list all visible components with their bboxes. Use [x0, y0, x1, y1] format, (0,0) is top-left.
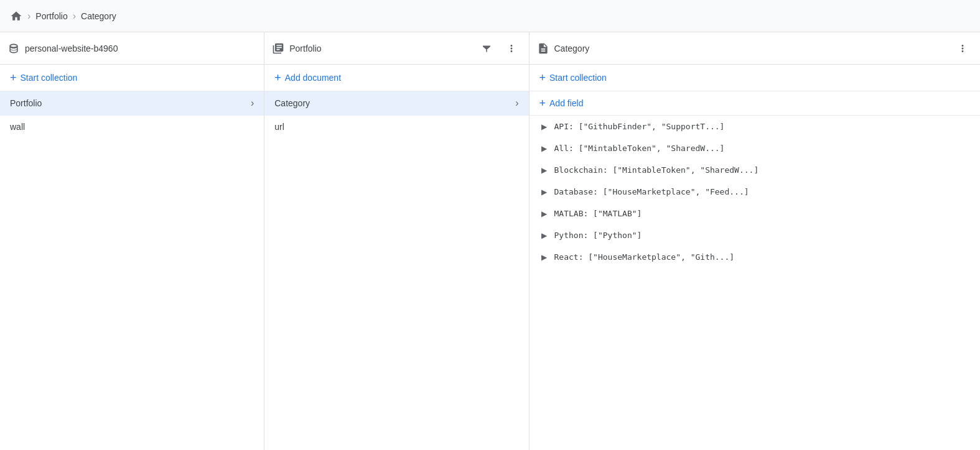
list-item[interactable]: Category › — [264, 91, 528, 116]
chevron-icon: › — [515, 98, 518, 109]
col3-title: Category — [554, 44, 948, 53]
expand-arrow-icon: ▶ — [539, 231, 549, 240]
col1-title: personal-website-b4960 — [25, 44, 256, 53]
plus-icon-col2: + — [274, 72, 281, 83]
col3-start-collection-btn[interactable]: + Start collection — [539, 72, 607, 83]
expand-arrow-icon: ▶ — [539, 188, 549, 196]
expand-arrow-icon: ▶ — [539, 122, 549, 131]
col1-list: Portfolio › wall — [0, 91, 264, 450]
col2-list: Category › url — [264, 91, 528, 450]
breadcrumb-sep-1: › — [27, 11, 30, 22]
breadcrumb-portfolio[interactable]: Portfolio — [35, 11, 67, 21]
expand-arrow-icon: ▶ — [539, 166, 549, 175]
item-label: Portfolio — [10, 98, 251, 108]
col1-header: personal-website-b4960 — [0, 32, 264, 65]
col3-actions — [953, 39, 973, 58]
col2-add-document-btn[interactable]: + Add document — [274, 72, 341, 83]
field-row[interactable]: ▶API: ["GithubFinder", "SupportT...] — [530, 116, 981, 137]
col1-start-collection-row[interactable]: + Start collection — [0, 65, 264, 91]
item-label: Category — [274, 98, 515, 108]
list-item[interactable]: wall — [0, 116, 264, 139]
col3-fields-list: ▶API: ["GithubFinder", "SupportT...]▶All… — [530, 116, 981, 450]
col-category: Category + Start collection + Add field — [530, 32, 981, 450]
field-text: API: ["GithubFinder", "SupportT...] — [554, 122, 725, 131]
col3-header: Category — [530, 32, 981, 65]
breadcrumb-category[interactable]: Category — [81, 11, 116, 21]
plus-icon-col3-add: + — [539, 98, 546, 109]
col-database: personal-website-b4960 + Start collectio… — [0, 32, 264, 450]
col2-add-document-row[interactable]: + Add document — [264, 65, 528, 91]
col3-add-field-label: Add field — [549, 98, 583, 108]
more-options-btn-col3[interactable] — [953, 39, 973, 58]
home-icon[interactable] — [10, 10, 22, 22]
col1-start-collection-btn[interactable]: + Start collection — [10, 72, 77, 83]
field-text: All: ["MintableToken", "SharedW...] — [554, 144, 725, 153]
col3-add-field-row[interactable]: + Add field — [530, 91, 981, 116]
field-text: Python: ["Python"] — [554, 231, 642, 240]
field-row[interactable]: ▶MATLAB: ["MATLAB"] — [530, 203, 981, 224]
field-row[interactable]: ▶React: ["HouseMarketplace", "Gith...] — [530, 246, 981, 268]
col3-start-collection-label: Start collection — [549, 73, 607, 83]
plus-icon-col1: + — [10, 72, 17, 83]
field-text: Blockchain: ["MintableToken", "SharedW..… — [554, 165, 759, 175]
field-row[interactable]: ▶Database: ["HouseMarketplace", "Feed...… — [530, 181, 981, 203]
field-text: MATLAB: ["MATLAB"] — [554, 209, 642, 218]
col3-actions-row: + Start collection — [530, 65, 981, 91]
col2-actions — [477, 39, 521, 58]
item-label: wall — [10, 122, 254, 132]
col2-header: Portfolio — [264, 32, 528, 65]
list-item[interactable]: url — [264, 116, 528, 139]
document-icon — [537, 42, 549, 55]
field-text: Database: ["HouseMarketplace", "Feed...] — [554, 187, 749, 196]
breadcrumb-bar: › Portfolio › Category — [0, 0, 980, 32]
col1-start-collection-label: Start collection — [21, 73, 78, 83]
field-row[interactable]: ▶Python: ["Python"] — [530, 224, 981, 246]
expand-arrow-icon: ▶ — [539, 209, 549, 218]
col3-add-field-btn[interactable]: + Add field — [539, 98, 584, 109]
breadcrumb-sep-2: › — [73, 11, 76, 22]
col2-title: Portfolio — [289, 44, 471, 53]
main-columns: personal-website-b4960 + Start collectio… — [0, 32, 980, 450]
field-text: React: ["HouseMarketplace", "Gith...] — [554, 252, 735, 262]
database-icon — [7, 42, 20, 55]
field-row[interactable]: ▶Blockchain: ["MintableToken", "SharedW.… — [530, 159, 981, 181]
field-row[interactable]: ▶All: ["MintableToken", "SharedW...] — [530, 137, 981, 159]
expand-arrow-icon: ▶ — [539, 253, 549, 262]
chevron-icon: › — [251, 98, 254, 109]
more-options-btn-col2[interactable] — [502, 39, 521, 58]
col2-add-document-label: Add document — [285, 73, 341, 83]
expand-arrow-icon: ▶ — [539, 144, 549, 153]
col-portfolio: Portfolio + Add document — [264, 32, 529, 450]
item-label: url — [274, 122, 518, 132]
plus-icon-col3-start: + — [539, 72, 546, 83]
filter-btn[interactable] — [477, 39, 497, 58]
collection-icon — [272, 42, 284, 55]
list-item[interactable]: Portfolio › — [0, 91, 264, 116]
